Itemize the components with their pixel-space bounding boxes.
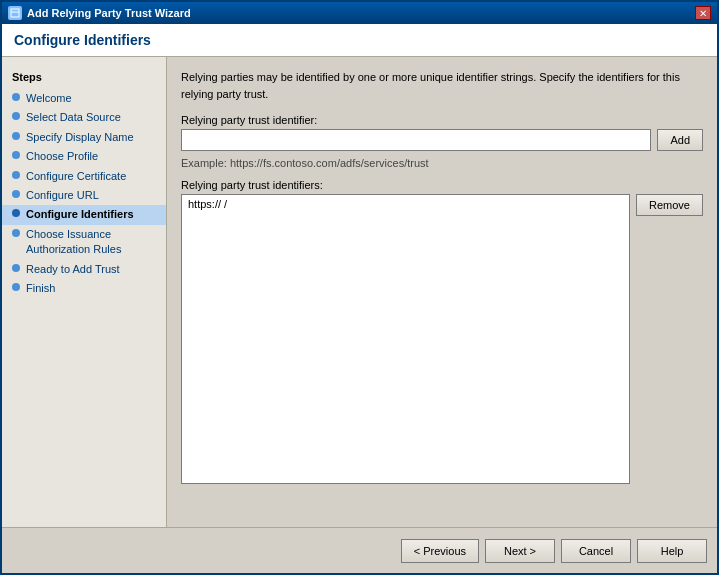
title-bar-text: Add Relying Party Trust Wizard	[27, 7, 191, 19]
remove-button[interactable]: Remove	[636, 194, 703, 216]
identifier-input[interactable]	[181, 129, 651, 151]
page-title: Configure Identifiers	[14, 32, 705, 48]
title-bar-left: Add Relying Party Trust Wizard	[8, 6, 191, 20]
sidebar-label-select: Select Data Source	[26, 110, 121, 125]
sidebar-dot-select	[12, 112, 20, 120]
sidebar-dot-url	[12, 190, 20, 198]
cancel-button[interactable]: Cancel	[561, 539, 631, 563]
sidebar-dot-finish	[12, 283, 20, 291]
identifier-label: Relying party trust identifier:	[181, 114, 703, 126]
sidebar-item-configure-url[interactable]: Configure URL	[2, 186, 166, 205]
sidebar-label-profile: Choose Profile	[26, 149, 98, 164]
sidebar-item-choose-issuance[interactable]: Choose Issuance Authorization Rules	[2, 225, 166, 260]
next-button[interactable]: Next >	[485, 539, 555, 563]
sidebar-item-configure-certificate[interactable]: Configure Certificate	[2, 167, 166, 186]
sidebar-label-identifiers: Configure Identifiers	[26, 207, 134, 222]
sidebar-dot-cert	[12, 171, 20, 179]
identifiers-list[interactable]: https:// /	[181, 194, 630, 484]
identifiers-label: Relying party trust identifiers:	[181, 179, 703, 191]
sidebar-item-configure-identifiers[interactable]: Configure Identifiers	[2, 205, 166, 224]
identifier-input-row: Add	[181, 129, 703, 151]
svg-rect-0	[11, 9, 19, 17]
footer: < Previous Next > Cancel Help	[2, 527, 717, 573]
close-button[interactable]: ✕	[695, 6, 711, 20]
sidebar-item-ready-to-add[interactable]: Ready to Add Trust	[2, 260, 166, 279]
sidebar-dot-display	[12, 132, 20, 140]
add-button[interactable]: Add	[657, 129, 703, 151]
sidebar-section-title: Steps	[2, 67, 166, 89]
example-text: Example: https://fs.contoso.com/adfs/ser…	[181, 157, 703, 169]
sidebar-dot-ready	[12, 264, 20, 272]
sidebar-label-display: Specify Display Name	[26, 130, 134, 145]
sidebar-dot-welcome	[12, 93, 20, 101]
sidebar-item-select-data-source[interactable]: Select Data Source	[2, 108, 166, 127]
page-header: Configure Identifiers	[2, 24, 717, 57]
sidebar-dot-issuance	[12, 229, 20, 237]
previous-button[interactable]: < Previous	[401, 539, 479, 563]
sidebar-dot-profile	[12, 151, 20, 159]
content-area: Steps Welcome Select Data Source Specify…	[2, 57, 717, 527]
sidebar-label-welcome: Welcome	[26, 91, 72, 106]
wizard-window: Add Relying Party Trust Wizard ✕ Configu…	[0, 0, 719, 575]
wizard-icon	[8, 6, 22, 20]
sidebar-item-choose-profile[interactable]: Choose Profile	[2, 147, 166, 166]
description-text: Relying parties may be identified by one…	[181, 69, 703, 102]
main-panel: Relying parties may be identified by one…	[167, 57, 717, 527]
sidebar-label-finish: Finish	[26, 281, 55, 296]
help-button[interactable]: Help	[637, 539, 707, 563]
sidebar-item-finish[interactable]: Finish	[2, 279, 166, 298]
sidebar-item-welcome[interactable]: Welcome	[2, 89, 166, 108]
sidebar-label-cert: Configure Certificate	[26, 169, 126, 184]
sidebar-item-specify-display-name[interactable]: Specify Display Name	[2, 128, 166, 147]
title-bar: Add Relying Party Trust Wizard ✕	[2, 2, 717, 24]
identifier-list-item: https:// /	[186, 197, 625, 211]
sidebar-label-url: Configure URL	[26, 188, 99, 203]
sidebar-dot-identifiers	[12, 209, 20, 217]
sidebar-label-ready: Ready to Add Trust	[26, 262, 120, 277]
sidebar: Steps Welcome Select Data Source Specify…	[2, 57, 167, 527]
sidebar-label-issuance: Choose Issuance Authorization Rules	[26, 227, 156, 258]
identifiers-row: https:// / Remove	[181, 194, 703, 484]
